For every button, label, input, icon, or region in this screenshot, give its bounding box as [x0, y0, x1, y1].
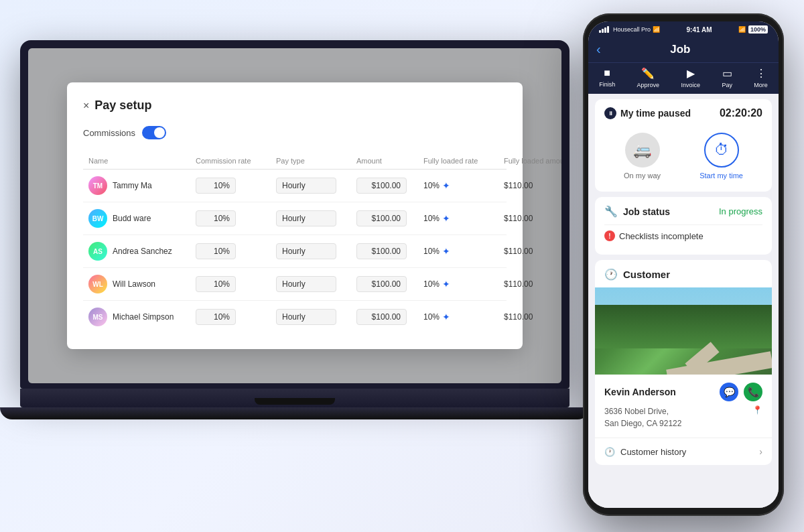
signal-bar-1 [599, 30, 601, 33]
customer-header: 🕐 Customer [595, 260, 772, 287]
back-button[interactable]: ‹ [596, 42, 601, 57]
customer-info: Kevin Anderson 💬 📞 3636 Nobel Drive, San… [595, 375, 772, 438]
start-my-time-button[interactable]: ⏱ Start my time [699, 133, 743, 180]
loaded-rate-cell: 10% ✦ [423, 213, 504, 224]
start-my-time-label: Start my time [699, 172, 743, 180]
pay-type-select[interactable]: Hourly [276, 210, 336, 226]
pay-type-select[interactable]: Hourly [276, 178, 336, 194]
wifi-icon: 📶 [653, 26, 660, 33]
timer-value: 02:20:20 [720, 107, 762, 119]
invoice-icon: ▶ [687, 67, 695, 80]
signal-bars [599, 26, 609, 33]
customer-history-row[interactable]: 🕐 Customer history › [595, 438, 772, 465]
invoice-button[interactable]: ▶ Invoice [681, 67, 700, 88]
col-loaded-amount: Fully loaded amount [504, 157, 561, 165]
pay-type-select[interactable]: Hourly [276, 276, 336, 292]
approve-icon: ✏️ [641, 67, 655, 80]
commissions-toggle[interactable] [142, 126, 166, 139]
nav-bar: ‹ Job [588, 36, 779, 62]
loaded-rate-cell: 10% ✦ [423, 312, 504, 322]
signal-bar-3 [604, 27, 606, 33]
laptop-screen: × Pay setup Commissions Name Commission … [20, 40, 570, 389]
on-my-way-label: On my way [624, 172, 661, 180]
address-row: 3636 Nobel Drive, San Diego, CA 92122 📍 [604, 405, 762, 429]
map-road [666, 351, 772, 375]
dots-icon: ✦ [442, 180, 450, 191]
call-button[interactable]: 📞 [744, 383, 762, 401]
user-cell: BW Budd ware [88, 209, 196, 228]
timer-label: ⏸ My time paused [604, 107, 691, 119]
loaded-rate-value: 10% [423, 247, 440, 256]
modal-title: Pay setup [94, 98, 151, 113]
rate-input[interactable] [196, 210, 236, 226]
finish-button[interactable]: ■ Finish [599, 67, 615, 88]
pause-icon: ⏸ [604, 107, 616, 119]
amount-input[interactable] [356, 309, 407, 325]
commissions-row: Commissions [83, 126, 507, 139]
wrench-icon: 🔧 [604, 205, 618, 218]
loaded-rate-cell: 10% ✦ [423, 246, 504, 257]
map-trees [595, 305, 772, 348]
laptop: × Pay setup Commissions Name Commission … [20, 40, 570, 509]
user-cell: WL Will Lawson [88, 275, 196, 293]
pay-button[interactable]: ▭ Pay [722, 67, 732, 88]
history-icon: 🕐 [604, 447, 615, 457]
amount-input[interactable] [356, 178, 407, 194]
modal-header: × Pay setup [83, 98, 507, 113]
user-name: Will Lawson [113, 279, 155, 289]
customer-address: 3636 Nobel Drive, San Diego, CA 92122 [604, 405, 681, 429]
customer-section-label: Customer [623, 269, 670, 280]
message-button[interactable]: 💬 [720, 383, 738, 401]
address-line2: San Diego, CA 92122 [604, 419, 681, 428]
customer-name-row: Kevin Anderson 💬 📞 [604, 383, 762, 401]
modal-overlay: × Pay setup Commissions Name Commission … [28, 48, 561, 383]
amount-input[interactable] [356, 210, 407, 226]
modal-close-button[interactable]: × [83, 100, 89, 112]
status-time: 9:41 AM [687, 26, 712, 34]
nav-title: Job [606, 43, 754, 56]
chevron-right-icon: › [759, 446, 762, 457]
timer-row: ⏸ My time paused 02:20:20 [604, 107, 762, 119]
pay-icon: ▭ [722, 67, 732, 80]
laptop-screen-inner: × Pay setup Commissions Name Commission … [28, 48, 561, 383]
amount-input[interactable] [356, 276, 407, 292]
amount-input[interactable] [356, 243, 407, 259]
rate-input[interactable] [196, 243, 236, 259]
pay-table: Name Commission rate Pay type Amount Ful… [83, 153, 507, 333]
avatar: WL [88, 275, 107, 293]
job-status-label: Job status [623, 206, 670, 217]
signal-bar-4 [607, 26, 609, 33]
checklist-label: Checklists incomplete [619, 231, 704, 241]
job-status-section: 🔧 Job status In progress ! Checklists in… [595, 197, 772, 255]
address-line1: 3636 Nobel Drive, [604, 407, 669, 416]
avatar: TM [88, 176, 107, 195]
avatar: MS [88, 308, 107, 326]
phone-outer: Housecall Pro 📶 9:41 AM 📶 100% ‹ Job ■ F… [583, 13, 784, 516]
table-row: AS Andrea Sanchez Hourly [83, 235, 507, 268]
user-name: Andrea Sanchez [113, 247, 172, 256]
rate-cell [196, 178, 276, 194]
col-amount: Amount [356, 157, 423, 165]
user-name: Tammy Ma [113, 181, 152, 190]
col-loaded-rate: Fully loaded rate [423, 157, 504, 165]
avatar: BW [88, 209, 107, 228]
loaded-amount-cell: $110.00 [504, 279, 561, 289]
col-rate: Commission rate [196, 157, 276, 165]
pay-label: Pay [722, 82, 732, 88]
on-my-way-button[interactable]: 🚐 On my way [624, 133, 661, 180]
paytype-cell: Hourly [276, 178, 356, 194]
loaded-rate-cell: 10% ✦ [423, 180, 504, 191]
rate-input[interactable] [196, 276, 236, 292]
rate-input[interactable] [196, 178, 236, 194]
amount-cell [356, 309, 423, 325]
rate-input[interactable] [196, 309, 236, 325]
more-button[interactable]: ⋮ More [754, 67, 768, 88]
timer-actions-row: 🚐 On my way ⏱ Start my time [604, 129, 762, 184]
carrier-label: Housecall Pro [613, 26, 651, 33]
loaded-amount-cell: $110.00 [504, 181, 561, 190]
pay-type-select[interactable]: Hourly [276, 309, 336, 325]
customer-name: Kevin Anderson [604, 387, 676, 397]
pay-type-select[interactable]: Hourly [276, 243, 336, 259]
approve-button[interactable]: ✏️ Approve [637, 67, 660, 88]
phone: Housecall Pro 📶 9:41 AM 📶 100% ‹ Job ■ F… [583, 13, 784, 516]
